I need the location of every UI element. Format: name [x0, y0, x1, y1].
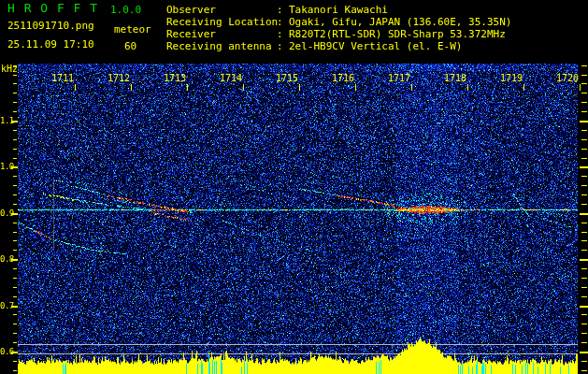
time-tick-label: 1712	[106, 74, 130, 83]
duration-seconds: 60	[124, 41, 136, 51]
time-tick-label: 1714	[218, 74, 242, 83]
info-row-antenna: Receiving antenna : 2el-HB9CV Vertical (…	[166, 40, 511, 52]
app-version: 1.0.0	[110, 5, 141, 15]
freq-tick-label: 1.1	[0, 117, 13, 125]
filename: 2511091710.png	[7, 21, 94, 31]
info-value: R820T2(RTL-SDR) SDR-Sharp 53.372MHz	[289, 28, 506, 40]
info-row-location: Receiving Location : Ogaki, Gifu, JAPAN …	[166, 16, 511, 28]
info-colon: :	[277, 16, 289, 28]
info-colon: :	[277, 4, 289, 16]
info-label: Receiving Location	[166, 16, 277, 28]
freq-tick-label: 0.8	[0, 255, 13, 264]
date-time: 25.11.09 17:10	[7, 39, 94, 50]
time-tick-label: 1715	[274, 74, 298, 83]
freq-tick-label: 0.6	[0, 348, 13, 356]
observation-mode: meteor	[114, 24, 151, 35]
freq-tick-label: 0.7	[0, 302, 13, 310]
info-colon: :	[277, 28, 289, 40]
time-tick-label: 1718	[442, 74, 466, 83]
info-row-receiver: Receiver : R820T2(RTL-SDR) SDR-Sharp 53.…	[166, 28, 511, 40]
freq-tick-label: 1.0	[0, 163, 13, 171]
info-value: Ogaki, Gifu, JAPAN (136.60E, 35.35N)	[289, 16, 511, 28]
time-tick-label: 1713	[162, 74, 186, 83]
info-value: 2el-HB9CV Vertical (el. E-W)	[289, 40, 462, 52]
time-tick-label: 1719	[498, 74, 523, 83]
info-label: Observer	[166, 4, 277, 16]
app-title: H R O F F T	[7, 3, 98, 13]
time-tick-label: 1716	[330, 74, 354, 83]
freq-tick-label: 0.9	[0, 209, 13, 218]
info-label: Receiving antenna	[166, 40, 277, 52]
info-colon: :	[277, 40, 289, 52]
station-info: Observer : Takanori Kawachi Receiving Lo…	[166, 4, 511, 52]
info-label: Receiver	[166, 28, 277, 40]
hrofft-window: H R O F F T 1.0.0 2511091710.png meteor …	[0, 0, 588, 374]
info-row-observer: Observer : Takanori Kawachi	[166, 4, 511, 16]
time-tick-label: 1717	[386, 74, 410, 83]
time-tick-label: 1711	[50, 74, 74, 83]
spectrogram-canvas	[0, 0, 588, 374]
info-value: Takanori Kawachi	[289, 4, 388, 16]
freq-unit-label: kHz	[1, 64, 18, 74]
time-tick-label: 1720	[554, 74, 579, 83]
